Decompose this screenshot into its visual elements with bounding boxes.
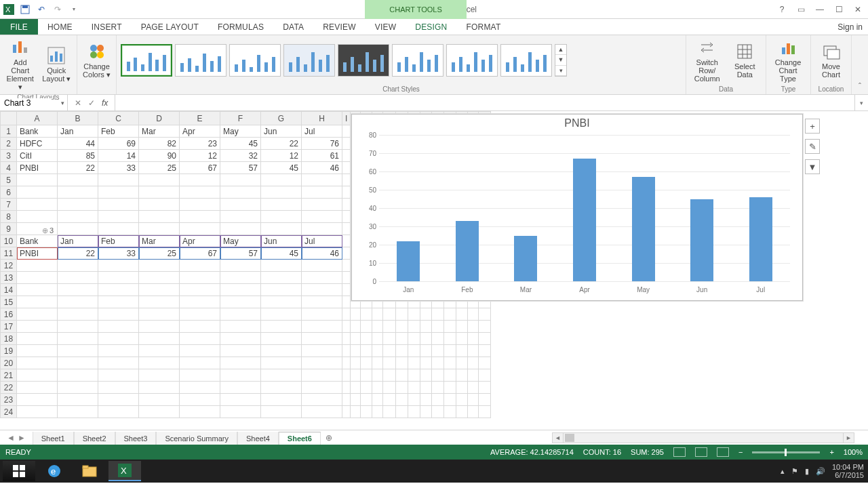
column-header-A[interactable]: A [17, 112, 58, 125]
cell-E7[interactable] [180, 199, 220, 211]
cell-A17[interactable] [17, 321, 58, 333]
cell-F1[interactable]: May [220, 125, 261, 138]
cell-E2[interactable]: 23 [180, 138, 220, 150]
cell-T22[interactable] [468, 382, 479, 394]
expand-formula-bar-icon[interactable]: ▾ [854, 95, 868, 110]
cell-T17[interactable] [468, 321, 479, 333]
row-header-18[interactable]: 18 [1, 333, 17, 345]
cell-B19[interactable] [58, 345, 98, 357]
cell-T23[interactable] [468, 394, 479, 406]
cell-C11[interactable]: 33 [98, 247, 139, 260]
cell-E24[interactable] [180, 406, 220, 418]
cell-D17[interactable] [139, 321, 180, 333]
cell-N19[interactable] [396, 345, 408, 357]
cell-E6[interactable] [180, 186, 220, 199]
cell-N20[interactable] [396, 357, 408, 369]
taskbar-explorer-icon[interactable] [73, 461, 106, 481]
cell-F20[interactable] [220, 357, 261, 369]
cell-A5[interactable] [17, 174, 58, 186]
select-data-button[interactable]: Select Data [728, 42, 762, 79]
cell-D1[interactable]: Mar [139, 125, 180, 138]
cell-N23[interactable] [396, 394, 408, 406]
chart-style-1[interactable] [121, 44, 172, 77]
column-header-E[interactable]: E [180, 112, 220, 125]
cell-L23[interactable] [372, 394, 383, 406]
cell-I17[interactable] [342, 321, 351, 333]
cell-S18[interactable] [456, 333, 468, 345]
cell-H6[interactable] [302, 186, 342, 199]
cell-G19[interactable] [261, 345, 302, 357]
ribbon-options-button[interactable]: ▭ [792, 3, 810, 16]
cell-I8[interactable] [342, 211, 351, 223]
tray-volume-icon[interactable]: 🔊 [816, 467, 825, 476]
cell-L24[interactable] [372, 406, 383, 418]
cell-F17[interactable] [220, 321, 261, 333]
cell-A8[interactable] [17, 211, 58, 223]
cell-I12[interactable] [342, 260, 351, 272]
cell-B14[interactable] [58, 284, 98, 296]
cell-H12[interactable] [302, 260, 342, 272]
cell-I22[interactable] [342, 382, 351, 394]
cell-I6[interactable] [342, 186, 351, 199]
cell-B12[interactable] [58, 260, 98, 272]
cell-B4[interactable]: 22 [58, 162, 98, 174]
cell-G1[interactable]: Jun [261, 125, 302, 138]
cell-H8[interactable] [302, 211, 342, 223]
cell-T18[interactable] [468, 333, 479, 345]
cell-C18[interactable] [98, 333, 139, 345]
cell-I11[interactable] [342, 247, 351, 260]
cell-I1[interactable] [342, 125, 351, 138]
tab-page-layout[interactable]: PAGE LAYOUT [132, 19, 208, 35]
zoom-level[interactable]: 100% [844, 448, 863, 456]
row-header-9[interactable]: 9 [1, 223, 17, 235]
cell-O16[interactable] [408, 308, 420, 321]
cell-G7[interactable] [261, 199, 302, 211]
row-header-21[interactable]: 21 [1, 369, 17, 382]
chart-style-4[interactable] [283, 44, 335, 77]
chart-styles-gallery[interactable]: ▲▼▾ [121, 44, 567, 77]
cell-O20[interactable] [408, 357, 420, 369]
cell-A24[interactable] [17, 406, 58, 418]
cell-C20[interactable] [98, 357, 139, 369]
horizontal-scrollbar[interactable]: ◄ ► [552, 432, 854, 443]
cell-Q23[interactable] [432, 394, 444, 406]
cell-F22[interactable] [220, 382, 261, 394]
cell-G22[interactable] [261, 382, 302, 394]
cell-H15[interactable] [302, 296, 342, 308]
cell-I5[interactable] [342, 174, 351, 186]
cell-E14[interactable] [180, 284, 220, 296]
cell-J20[interactable] [351, 357, 361, 369]
cell-P17[interactable] [420, 321, 432, 333]
cell-A6[interactable] [17, 186, 58, 199]
cell-U16[interactable] [479, 308, 491, 321]
cell-A14[interactable] [17, 284, 58, 296]
embedded-chart[interactable]: PNBI 01020304050607080JanFebMarAprMayJun… [351, 114, 803, 301]
taskbar-excel-icon[interactable]: X [108, 461, 141, 481]
cell-J22[interactable] [351, 382, 361, 394]
cell-E5[interactable] [180, 174, 220, 186]
cell-Q18[interactable] [432, 333, 444, 345]
chart-elements-button[interactable]: + [805, 119, 820, 134]
cell-H9[interactable] [302, 223, 342, 235]
cell-G11[interactable]: 45 [261, 247, 302, 260]
cell-H24[interactable] [302, 406, 342, 418]
cell-F6[interactable] [220, 186, 261, 199]
row-header-5[interactable]: 5 [1, 174, 17, 186]
row-header-19[interactable]: 19 [1, 345, 17, 357]
bar-Jan[interactable] [397, 241, 420, 281]
cell-H16[interactable] [302, 308, 342, 321]
cell-G9[interactable] [261, 223, 302, 235]
maximize-button[interactable]: ☐ [830, 3, 848, 16]
cell-L22[interactable] [372, 382, 383, 394]
cell-P23[interactable] [420, 394, 432, 406]
sheet-nav-next-icon[interactable]: ► [18, 433, 26, 443]
row-header-15[interactable]: 15 [1, 296, 17, 308]
save-icon[interactable] [19, 3, 31, 16]
cell-F13[interactable] [220, 272, 261, 284]
cell-U19[interactable] [479, 345, 491, 357]
cell-K21[interactable] [361, 369, 372, 382]
cell-U22[interactable] [479, 382, 491, 394]
cell-D21[interactable] [139, 369, 180, 382]
cell-S17[interactable] [456, 321, 468, 333]
cell-G3[interactable]: 12 [261, 150, 302, 162]
